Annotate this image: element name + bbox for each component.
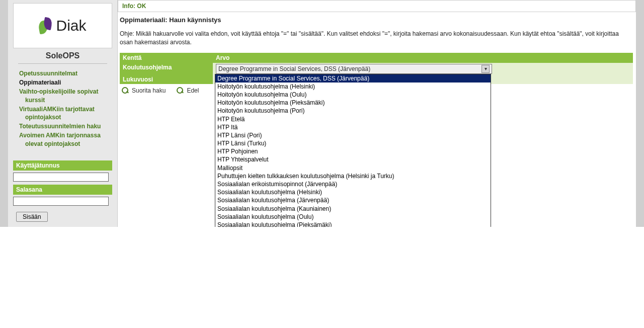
divider	[18, 63, 107, 64]
run-search-label: Suorita haku	[132, 87, 166, 94]
search-table: Kenttä Arvo Koulutusohjelma Degree Progr…	[120, 53, 633, 84]
instructions: Ohje: Mikäli hakuarvolle voi valita ehdo…	[120, 30, 633, 47]
koulutusohjelma-select[interactable]: Degree Programme in Social Services, DSS…	[216, 64, 492, 74]
dropdown-option[interactable]: Sosiaalialan koulutusohjelma (Järvenpää)	[215, 196, 491, 204]
dropdown-option[interactable]: Sosiaalialan koulutusohjelma (Kauniainen…	[215, 205, 491, 213]
row-koulutusohjelma-label: Koulutusohjelma	[120, 63, 213, 75]
dropdown-option[interactable]: HTP Yhteispalvelut	[215, 155, 491, 163]
info-bar: Info: OK	[118, 0, 636, 12]
nav: Opetussuunnitelmat Oppimateriaali Vaihto…	[8, 69, 117, 150]
col-value: Arvo	[213, 53, 633, 63]
dropdown-option[interactable]: HTP Länsi (Pori)	[215, 131, 491, 139]
nav-opetussuunnitelmat[interactable]: Opetussuunnitelmat	[19, 69, 114, 78]
col-field: Kenttä	[120, 53, 213, 63]
dropdown-option[interactable]: Puhuttujen kielten tulkkauksen koulutuso…	[215, 172, 491, 180]
row-lukuvuosi-label: Lukuvuosi	[120, 75, 213, 84]
dropdown-option[interactable]: Degree Programme in Social Services, DSS…	[215, 74, 491, 83]
right-gutter	[636, 0, 644, 227]
dropdown-option[interactable]: Sosiaalialan erikoistumisopinnot (Järven…	[215, 180, 491, 188]
username-input[interactable]	[13, 173, 109, 182]
dropdown-option[interactable]: Sosiaalialan koulutusohjelma (Oulu)	[215, 213, 491, 221]
nav-avoimen-amkin[interactable]: Avoimen AMKin tarjonnassa olevat opintoj…	[19, 131, 114, 148]
dropdown-option[interactable]: Malliopsit	[215, 164, 491, 172]
search-icon	[177, 87, 184, 94]
dropdown-option[interactable]: Hoitotyön koulutusohjelma (Pori)	[215, 107, 491, 115]
nav-vaihto-opiskelijoille[interactable]: Vaihto-opiskelijoille sopivat kurssit	[19, 87, 114, 104]
left-gutter	[0, 0, 8, 227]
login-block: Käyttäjätunnus Salasana Sisään	[13, 160, 112, 222]
leaf-icon	[39, 16, 54, 36]
sidebar: Diak SoleOPS Opetussuunnitelmat Oppimate…	[8, 0, 118, 227]
username-label: Käyttäjätunnus	[13, 160, 112, 171]
run-search-button[interactable]: Suorita haku	[122, 87, 166, 94]
search-icon	[122, 87, 129, 94]
nav-oppimateriaali[interactable]: Oppimateriaali	[19, 78, 114, 87]
chevron-down-icon: ▾	[481, 65, 490, 73]
row-koulutusohjelma-value: Degree Programme in Social Services, DSS…	[213, 63, 633, 75]
password-input[interactable]	[13, 197, 109, 206]
logo: Diak	[13, 3, 112, 48]
dropdown-option[interactable]: Sosiaalialan koulutusohjelma (Helsinki)	[215, 188, 491, 196]
dropdown-option[interactable]: HTP Pohjoinen	[215, 147, 491, 155]
app-name: SoleOPS	[8, 51, 117, 60]
koulutusohjelma-dropdown[interactable]: Degree Programme in Social Services, DSS…	[215, 74, 491, 227]
dropdown-option[interactable]: HTP Etelä	[215, 115, 491, 123]
logo-text: Diak	[56, 17, 86, 34]
dropdown-option[interactable]: HTP Länsi (Turku)	[215, 139, 491, 147]
koulutusohjelma-selected: Degree Programme in Social Services, DSS…	[218, 65, 370, 72]
dropdown-option[interactable]: Hoitotyön koulutusohjelma (Pieksämäki)	[215, 99, 491, 107]
dropdown-option[interactable]: HTP Itä	[215, 123, 491, 131]
page-title: Oppimateriaali: Haun käynnistys	[120, 16, 633, 24]
previous-label: Edel	[187, 87, 199, 94]
dropdown-option[interactable]: Hoitotyön koulutusohjelma (Oulu)	[215, 91, 491, 99]
previous-button[interactable]: Edel	[177, 87, 199, 94]
password-label: Salasana	[13, 185, 112, 195]
dropdown-option[interactable]: Sosiaalialan koulutusohjelma (Pieksämäki…	[215, 221, 491, 227]
dropdown-option[interactable]: Hoitotyön koulutusohjelma (Helsinki)	[215, 83, 491, 91]
nav-virtuaaliamk[interactable]: VirtuaaliAMKiin tarjottavat opintojaksot	[19, 105, 114, 122]
nav-toteutussuunnitelmien-haku[interactable]: Toteutussuunnitelmien haku	[19, 122, 114, 131]
login-button[interactable]: Sisään	[16, 212, 48, 222]
main: Info: OK Oppimateriaali: Haun käynnistys…	[118, 0, 636, 227]
